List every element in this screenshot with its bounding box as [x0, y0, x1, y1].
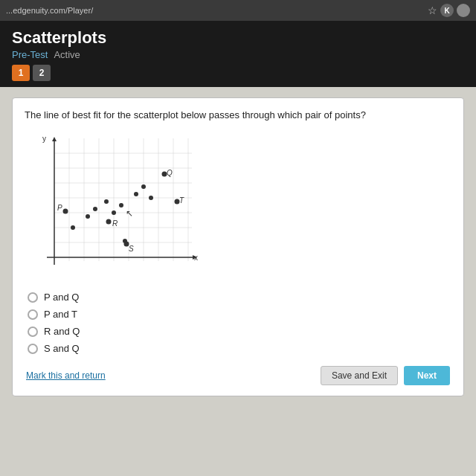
svg-point-26: [93, 207, 97, 211]
option-label-4: S and Q: [44, 343, 80, 354]
browser-btn-2[interactable]: [457, 4, 470, 17]
tab-1[interactable]: 1: [12, 65, 30, 81]
radio-2[interactable]: [28, 309, 38, 320]
svg-text:P: P: [57, 204, 62, 212]
star-icon[interactable]: ☆: [428, 4, 437, 16]
svg-text:T: T: [179, 196, 184, 205]
header-subtitle: Pre-Test Active: [12, 49, 464, 60]
svg-point-24: [71, 225, 75, 230]
browser-btn-k[interactable]: K: [440, 4, 454, 17]
svg-point-32: [149, 196, 153, 200]
header: Scatterplots Pre-Test Active 1 2: [0, 21, 476, 87]
svg-text:x: x: [194, 254, 198, 262]
svg-point-31: [141, 184, 146, 189]
svg-marker-20: [52, 137, 57, 141]
svg-point-27: [104, 199, 109, 204]
browser-bar: ...edgenuity.com/Player/ ☆ K: [0, 0, 476, 21]
option-row-4[interactable]: S and Q: [28, 343, 451, 354]
tab-2[interactable]: 2: [33, 65, 51, 81]
svg-text:y: y: [42, 135, 46, 143]
browser-icons: ☆ K: [428, 4, 470, 17]
option-label-2: P and T: [44, 309, 77, 320]
option-row-2[interactable]: P and T: [28, 309, 451, 320]
footer: Mark this and return Save and Exit Next: [25, 366, 451, 385]
mark-return-link[interactable]: Mark this and return: [26, 370, 106, 381]
next-button[interactable]: Next: [404, 366, 450, 385]
scatterplot-graph: y x P Q: [32, 131, 203, 280]
page-title: Scatterplots: [12, 28, 464, 48]
option-row-1[interactable]: P and Q: [28, 292, 451, 303]
option-label-1: P and Q: [44, 292, 79, 303]
content-area: The line of best fit for the scatterplot…: [0, 87, 476, 476]
svg-point-30: [134, 192, 138, 196]
svg-point-34: [63, 209, 68, 214]
svg-text:↖: ↖: [126, 208, 133, 219]
pretest-label: Pre-Test: [12, 49, 48, 60]
radio-4[interactable]: [28, 344, 38, 354]
svg-point-29: [119, 203, 123, 208]
graph-container: y x P Q: [32, 131, 203, 280]
active-label: Active: [54, 49, 80, 60]
svg-point-38: [106, 219, 112, 225]
option-row-3[interactable]: R and Q: [28, 326, 451, 337]
browser-url: ...edgenuity.com/Player/: [6, 6, 422, 15]
save-exit-button[interactable]: Save and Exit: [321, 366, 398, 385]
option-label-3: R and Q: [44, 326, 80, 337]
svg-text:Q: Q: [167, 169, 173, 177]
svg-text:S: S: [129, 245, 134, 253]
footer-buttons: Save and Exit Next: [321, 366, 450, 385]
question-text: The line of best fit for the scatterplot…: [25, 109, 451, 122]
radio-1[interactable]: [28, 292, 38, 303]
svg-text:R: R: [112, 219, 118, 228]
answer-options: P and Q P and T R and Q S and Q: [28, 292, 451, 354]
question-card: The line of best fit for the scatterplot…: [12, 97, 464, 396]
question-tabs: 1 2: [12, 65, 464, 81]
radio-3[interactable]: [28, 327, 38, 337]
svg-point-28: [112, 210, 116, 215]
svg-point-25: [86, 214, 90, 219]
